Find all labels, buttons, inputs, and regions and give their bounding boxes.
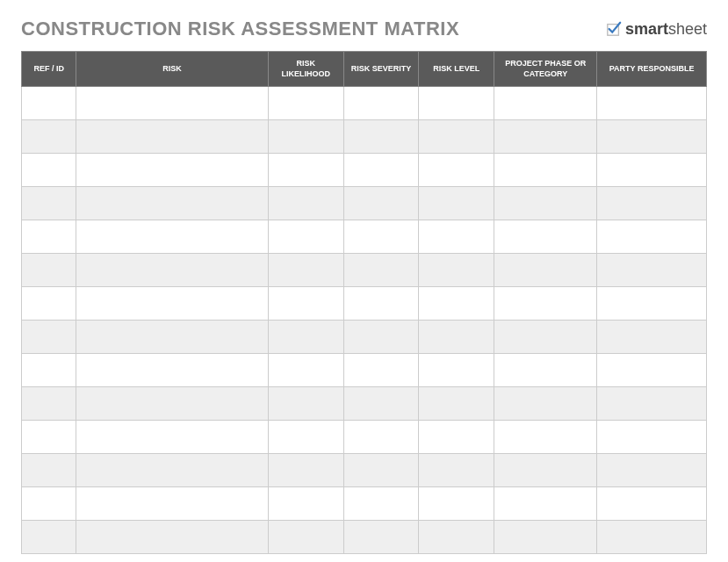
cell-phase: [494, 220, 597, 254]
cell-level: [419, 254, 494, 287]
cell-party: [597, 220, 707, 254]
cell-risk: [76, 354, 268, 387]
table-row: [22, 154, 707, 187]
cell-level: [419, 120, 494, 154]
cell-risk: [76, 254, 268, 287]
cell-risk: [76, 120, 268, 154]
cell-risk: [76, 87, 268, 120]
cell-level: [419, 187, 494, 220]
col-header-party: PARTY RESPONSIBLE: [597, 52, 707, 87]
cell-ref: [22, 187, 76, 220]
document-header: CONSTRUCTION RISK ASSESSMENT MATRIX smar…: [21, 18, 707, 40]
col-header-likelihood: RISK LIKELIHOOD: [268, 52, 343, 87]
checkmark-icon: [606, 21, 622, 37]
table-row: [22, 220, 707, 254]
cell-party: [597, 321, 707, 354]
cell-level: [419, 321, 494, 354]
cell-likelihood: [268, 454, 343, 487]
cell-risk: [76, 287, 268, 321]
cell-party: [597, 87, 707, 120]
cell-party: [597, 287, 707, 321]
cell-likelihood: [268, 220, 343, 254]
table-row: [22, 487, 707, 521]
col-header-phase: PROJECT PHASE OR CATEGORY: [494, 52, 597, 87]
cell-phase: [494, 87, 597, 120]
cell-ref: [22, 321, 76, 354]
cell-likelihood: [268, 487, 343, 521]
cell-severity: [343, 454, 419, 487]
cell-ref: [22, 521, 76, 554]
cell-severity: [343, 354, 419, 387]
col-header-level: RISK LEVEL: [419, 52, 494, 87]
cell-phase: [494, 487, 597, 521]
cell-likelihood: [268, 154, 343, 187]
cell-likelihood: [268, 321, 343, 354]
cell-severity: [343, 254, 419, 287]
table-row: [22, 354, 707, 387]
cell-ref: [22, 220, 76, 254]
cell-party: [597, 421, 707, 454]
table-body: [22, 87, 707, 554]
cell-phase: [494, 321, 597, 354]
cell-ref: [22, 120, 76, 154]
cell-phase: [494, 387, 597, 421]
cell-ref: [22, 154, 76, 187]
page-title: CONSTRUCTION RISK ASSESSMENT MATRIX: [21, 18, 459, 40]
cell-risk: [76, 387, 268, 421]
brand-name: smartsheet: [625, 20, 707, 39]
cell-level: [419, 220, 494, 254]
cell-severity: [343, 321, 419, 354]
cell-phase: [494, 354, 597, 387]
col-header-severity: RISK SEVERITY: [343, 52, 419, 87]
cell-likelihood: [268, 187, 343, 220]
cell-phase: [494, 187, 597, 220]
cell-level: [419, 521, 494, 554]
cell-ref: [22, 354, 76, 387]
cell-party: [597, 521, 707, 554]
table-row: [22, 454, 707, 487]
cell-phase: [494, 421, 597, 454]
table-row: [22, 387, 707, 421]
cell-severity: [343, 220, 419, 254]
cell-party: [597, 487, 707, 521]
cell-severity: [343, 287, 419, 321]
cell-ref: [22, 254, 76, 287]
table-row: [22, 321, 707, 354]
cell-ref: [22, 454, 76, 487]
cell-party: [597, 387, 707, 421]
cell-severity: [343, 120, 419, 154]
cell-severity: [343, 154, 419, 187]
cell-party: [597, 154, 707, 187]
cell-phase: [494, 521, 597, 554]
table-row: [22, 254, 707, 287]
table-row: [22, 421, 707, 454]
cell-level: [419, 87, 494, 120]
cell-risk: [76, 421, 268, 454]
cell-level: [419, 387, 494, 421]
cell-severity: [343, 187, 419, 220]
cell-risk: [76, 454, 268, 487]
cell-severity: [343, 487, 419, 521]
cell-risk: [76, 521, 268, 554]
cell-likelihood: [268, 254, 343, 287]
cell-severity: [343, 387, 419, 421]
cell-party: [597, 187, 707, 220]
cell-ref: [22, 421, 76, 454]
cell-severity: [343, 421, 419, 454]
cell-risk: [76, 321, 268, 354]
cell-phase: [494, 454, 597, 487]
table-row: [22, 187, 707, 220]
cell-phase: [494, 287, 597, 321]
cell-party: [597, 454, 707, 487]
brand-logo: smartsheet: [606, 20, 707, 39]
cell-phase: [494, 254, 597, 287]
cell-likelihood: [268, 521, 343, 554]
cell-ref: [22, 487, 76, 521]
col-header-ref: REF / ID: [22, 52, 76, 87]
cell-severity: [343, 87, 419, 120]
cell-risk: [76, 187, 268, 220]
cell-level: [419, 454, 494, 487]
cell-ref: [22, 387, 76, 421]
cell-level: [419, 487, 494, 521]
cell-likelihood: [268, 354, 343, 387]
